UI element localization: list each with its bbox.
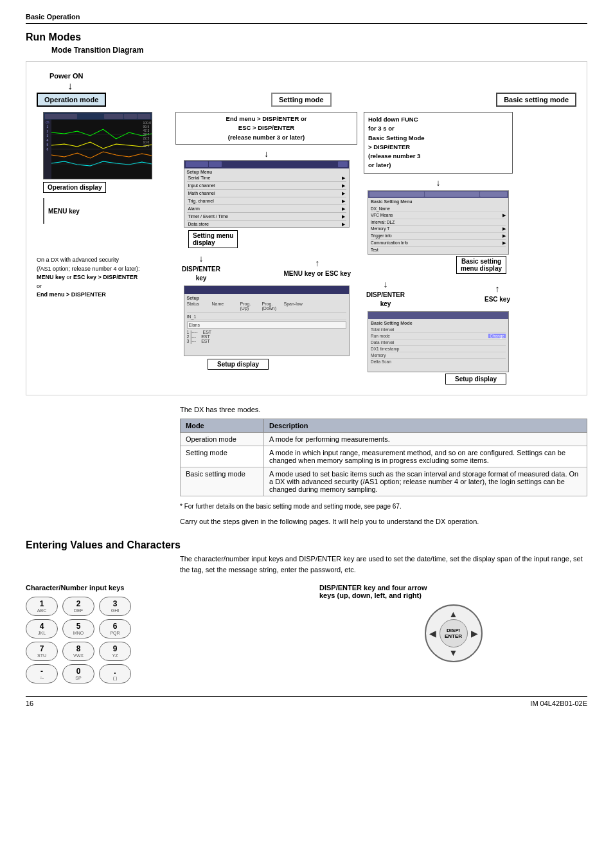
disp-center-button[interactable]: DISP/ENTER: [440, 619, 468, 647]
mode-cell: Basic setting mode: [181, 467, 264, 496]
esc-key-label: ESC key: [484, 295, 510, 304]
key-6[interactable]: 6 PQR: [99, 619, 131, 638]
dx-modes-intro: The DX has three modes.: [180, 406, 587, 413]
setting-mode-column: End menu > DISP/ENTER or ESC > DISP/ENTE…: [172, 112, 361, 370]
desc-cell: A mode for performing measurements.: [264, 433, 587, 446]
key-dot[interactable]: . ( ): [99, 664, 131, 683]
page-number: 16: [26, 700, 33, 707]
key-0[interactable]: 0 SP: [62, 664, 94, 683]
key-7[interactable]: 7 STU: [26, 642, 58, 661]
disp-enter-key-right: DISP/ENTERkey: [366, 291, 405, 309]
entering-values-section: Entering Values and Characters The chara…: [26, 539, 587, 683]
setting-mode-box: Setting mode: [271, 93, 332, 107]
arrow-right-icon[interactable]: ▶: [471, 628, 478, 638]
arrow-up-icon[interactable]: ▲: [449, 609, 458, 619]
key-5[interactable]: 5 MNO: [62, 619, 94, 638]
table-row: Basic setting mode A mode used to set ba…: [181, 467, 587, 496]
key-3[interactable]: 3 GHI: [99, 597, 131, 616]
table-footnote: * For further details on the basic setti…: [180, 503, 587, 510]
key-1[interactable]: 1 ABC: [26, 597, 58, 616]
mode-col-header: Mode: [181, 419, 264, 433]
carry-out-text: Carry out the steps given in the followi…: [180, 516, 587, 528]
page-footer: 16 IM 04L42B01-02E: [26, 696, 587, 707]
disp-enter-keys-label: DISP/ENTER key and four arrowkeys (up, d…: [319, 584, 587, 599]
desc-cell: A mode in which input range, measurement…: [264, 446, 587, 467]
disp-enter-key-center: DISP/ENTERkey: [182, 265, 220, 283]
disp-enter-area: ▲ ▼ ◀ ▶ DISP/ENTER: [319, 604, 587, 662]
arrow-left-icon[interactable]: ◀: [429, 628, 436, 638]
operation-mode-box: Operation mode: [37, 93, 106, 107]
mode-cell: Setting mode: [181, 446, 264, 467]
mode-cell: Operation mode: [181, 433, 264, 446]
desc-cell: A mode used to set basic items such as t…: [264, 467, 587, 496]
key-9[interactable]: 9 YZ: [99, 642, 131, 661]
run-modes-title: Run Modes: [26, 32, 587, 43]
advanced-security-note: On a DX with advanced security (/AS1 opt…: [37, 256, 172, 300]
entering-values-description: The character/number input keys and DISP…: [180, 554, 587, 576]
mode-transition-subtitle: Mode Transition Diagram: [51, 46, 587, 55]
key-dash[interactable]: - ÷-: [26, 664, 58, 683]
mode-transition-diagram: Power ON ↓ Operation mode Setting mode: [26, 61, 587, 395]
table-row: Operation mode A mode for performing mea…: [181, 433, 587, 446]
document-id: IM 04L42B01-02E: [530, 700, 587, 707]
setting-menu-display-label: Setting menudisplay: [188, 230, 238, 248]
basic-setting-mode-box: Basic setting mode: [496, 93, 576, 107]
transition-note: End menu > DISP/ENTER or ESC > DISP/ENTE…: [175, 112, 357, 145]
disp-enter-key[interactable]: ▲ ▼ ◀ ▶ DISP/ENTER: [425, 604, 483, 662]
basic-setting-mode-column: Hold down FUNC for 3 s or Basic Setting …: [361, 112, 515, 384]
run-modes-section: Run Modes Mode Transition Diagram Power …: [26, 32, 587, 528]
setup-display-label-right: Setup display: [445, 374, 506, 384]
arrow-down-icon[interactable]: ▼: [449, 647, 458, 658]
modes-table: Mode Description Operation mode A mode f…: [180, 419, 587, 496]
disp-enter-keys-col: DISP/ENTER key and four arrowkeys (up, d…: [319, 584, 587, 683]
key-2[interactable]: 2 DEF: [62, 597, 94, 616]
page-header: Basic Operation: [26, 13, 587, 24]
keypad: 1 ABC 2 DEF 3 GHI 4 JKL 5 MNO: [26, 597, 132, 683]
key-4[interactable]: 4 JKL: [26, 619, 58, 638]
menu-key-label: MENU key: [48, 208, 80, 215]
entering-values-title: Entering Values and Characters: [26, 539, 587, 551]
char-number-label: Character/Number input keys: [26, 584, 294, 592]
operation-display-label: Operation display: [43, 182, 106, 193]
basic-setting-menu-display-label: Basic settingmenu display: [456, 256, 506, 274]
entering-controls-row: Character/Number input keys 1 ABC 2 DEF …: [26, 584, 587, 683]
setup-display-label-center: Setup display: [208, 359, 269, 370]
table-row: Setting mode A mode in which input range…: [181, 446, 587, 467]
menu-key-or-esc: MENU key or ESC key: [284, 269, 351, 278]
key-8[interactable]: 8 VWX: [62, 642, 94, 661]
power-on-label: Power ON: [49, 72, 576, 80]
operation-mode-column: ch 1 2 3 4 5 6: [37, 112, 172, 300]
character-number-keys-col: Character/Number input keys 1 ABC 2 DEF …: [26, 584, 294, 683]
hold-down-func-note: Hold down FUNC for 3 s or Basic Setting …: [364, 112, 513, 174]
desc-col-header: Description: [264, 419, 587, 433]
